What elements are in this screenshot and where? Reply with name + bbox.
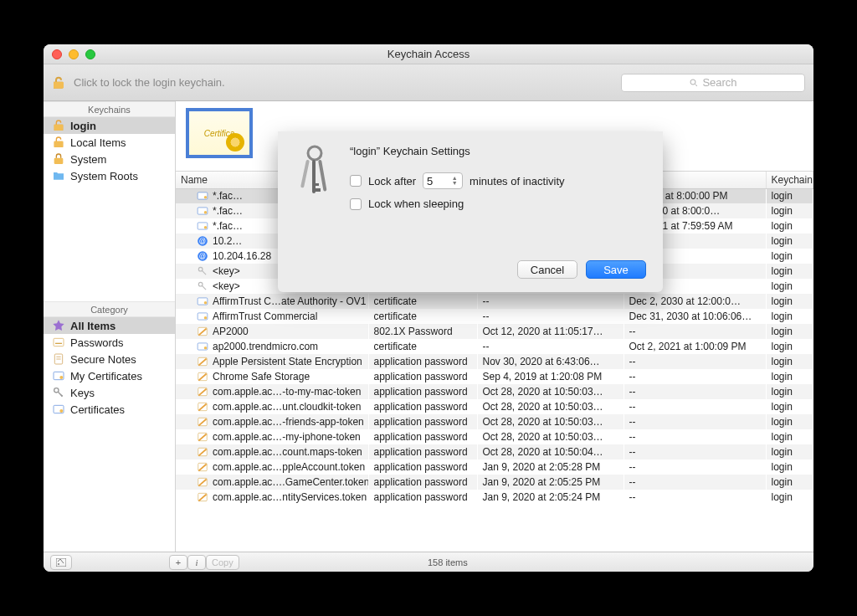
svg-point-14 [59, 409, 63, 413]
toolbar-hint: Click to lock the login keychain. [74, 76, 621, 89]
app-icon [196, 385, 209, 398]
lock-keychain-button[interactable] [52, 76, 65, 90]
svg-point-28 [204, 301, 208, 305]
table-row[interactable]: AP2000802.1X PasswordOct 12, 2020 at 11:… [176, 324, 813, 339]
svg-rect-47 [300, 160, 310, 188]
keychain-item-local-items[interactable]: Local Items [44, 134, 175, 151]
table-row[interactable]: com.apple.ac…-my-iphone-tokenapplication… [176, 429, 813, 444]
svg-point-30 [204, 316, 208, 320]
cert-icon [196, 310, 209, 323]
category-item-secure-notes[interactable]: Secure Notes [44, 351, 175, 367]
sidebar: Keychains loginLocal ItemsSystemSystem R… [44, 101, 176, 552]
cert-icon [196, 340, 209, 353]
passwords-icon [52, 336, 65, 349]
table-row[interactable]: com.apple.ac…unt.cloudkit-tokenapplicati… [176, 399, 813, 414]
titlebar: Keychain Access [44, 44, 813, 64]
keys-icon [295, 145, 336, 218]
category-item-passwords[interactable]: Passwords [44, 334, 175, 351]
svg-rect-6 [54, 338, 64, 346]
svg-point-18 [204, 211, 208, 214]
folder-icon [52, 169, 65, 182]
app-icon [196, 475, 209, 489]
cert-icon [196, 295, 209, 308]
lock-after-minutes-input[interactable]: 5 ▲▼ [423, 172, 463, 189]
svg-point-1 [690, 80, 695, 85]
svg-rect-48 [318, 160, 327, 192]
svg-point-33 [204, 346, 208, 350]
info-button[interactable]: i [187, 555, 206, 570]
cert-icon [196, 189, 209, 203]
category-item-all-items[interactable]: All Items [44, 317, 175, 334]
keychain-item-login[interactable]: login [44, 117, 175, 134]
search-input[interactable]: Search [621, 74, 805, 92]
table-row[interactable]: com.apple.ac…ppleAccount.tokenapplicatio… [176, 459, 813, 475]
table-row[interactable]: com.apple.ac…ntityServices.tokenapplicat… [176, 490, 813, 505]
keys-icon [52, 386, 65, 399]
lock-when-sleeping-label: Lock when sleeping [368, 198, 464, 210]
unlocked-icon [52, 136, 65, 149]
sidebar-keychains-header: Keychains [44, 101, 175, 117]
at-icon: @ [196, 234, 209, 248]
cert-icon [196, 204, 209, 218]
app-icon [196, 415, 209, 429]
category-item-my-certificates[interactable]: My Certificates [44, 367, 175, 384]
table-row[interactable]: Chrome Safe Storageapplication passwordS… [176, 369, 813, 384]
svg-point-46 [308, 146, 321, 160]
show-preview-button[interactable] [50, 555, 72, 570]
svg-line-2 [695, 84, 698, 86]
table-row[interactable]: com.apple.ac….GameCenter.tokenapplicatio… [176, 475, 813, 490]
close-window-button[interactable] [52, 49, 62, 59]
svg-point-25 [198, 267, 203, 271]
keychain-settings-dialog: “login” Keychain Settings Lock after 5 ▲… [278, 131, 663, 292]
svg-point-11 [59, 376, 63, 379]
item-count: 158 items [239, 557, 656, 567]
certificate-thumbnail: Certifica [186, 108, 253, 158]
svg-point-45 [58, 563, 59, 565]
app-icon [196, 460, 209, 474]
dialog-title: “login” Keychain Settings [350, 145, 646, 157]
at-icon: @ [196, 249, 209, 263]
svg-point-16 [204, 196, 208, 199]
table-row[interactable]: com.apple.ac…-friends-app-tokenapplicati… [176, 414, 813, 429]
key-icon [196, 280, 209, 293]
svg-point-12 [54, 388, 59, 393]
notes-icon [52, 352, 65, 366]
table-row[interactable]: AffirmTrust C…ate Authority - OV1certifi… [176, 294, 813, 309]
copy-button[interactable]: Copy [206, 555, 239, 570]
app-icon [196, 400, 209, 413]
sidebar-category-header: Category [44, 301, 175, 317]
table-row[interactable]: ap2000.trendmicro.comcertificate--Oct 2,… [176, 339, 813, 354]
cancel-button[interactable]: Cancel [517, 260, 577, 279]
minimize-window-button[interactable] [69, 49, 79, 59]
toolbar: Click to lock the login keychain. Search [44, 64, 813, 101]
table-row[interactable]: com.apple.ac…count.maps-tokenapplication… [176, 444, 813, 459]
svg-point-26 [198, 282, 203, 286]
lock-after-label: Lock after [368, 175, 416, 187]
window-title: Keychain Access [44, 48, 813, 60]
save-button[interactable]: Save [586, 260, 646, 279]
keychain-item-system[interactable]: System [44, 151, 175, 167]
app-icon [196, 445, 209, 459]
keychain-item-system-roots[interactable]: System Roots [44, 167, 175, 184]
svg-rect-51 [312, 183, 319, 186]
col-keychain[interactable]: Keychain [766, 172, 813, 188]
certs-icon [52, 403, 65, 416]
category-item-certificates[interactable]: Certificates [44, 401, 175, 418]
category-item-keys[interactable]: Keys [44, 384, 175, 401]
table-row[interactable]: Apple Persistent State Encryptionapplica… [176, 354, 813, 369]
cert-icon [196, 219, 209, 233]
lock-after-checkbox[interactable] [350, 175, 362, 187]
app-icon [196, 325, 209, 338]
svg-point-20 [204, 226, 208, 229]
add-item-button[interactable]: + [169, 555, 187, 570]
zoom-window-button[interactable] [85, 49, 95, 59]
table-row[interactable]: AffirmTrust Commercialcertificate--Dec 3… [176, 309, 813, 324]
app-icon [196, 355, 209, 368]
locked-icon [52, 152, 65, 166]
stepper-arrows-icon[interactable]: ▲▼ [449, 174, 460, 187]
table-row[interactable]: com.apple.ac…-to-my-mac-tokenapplication… [176, 384, 813, 399]
lock-when-sleeping-checkbox[interactable] [350, 198, 362, 210]
svg-rect-3 [54, 125, 64, 131]
svg-rect-4 [54, 141, 64, 147]
svg-rect-5 [54, 158, 64, 164]
